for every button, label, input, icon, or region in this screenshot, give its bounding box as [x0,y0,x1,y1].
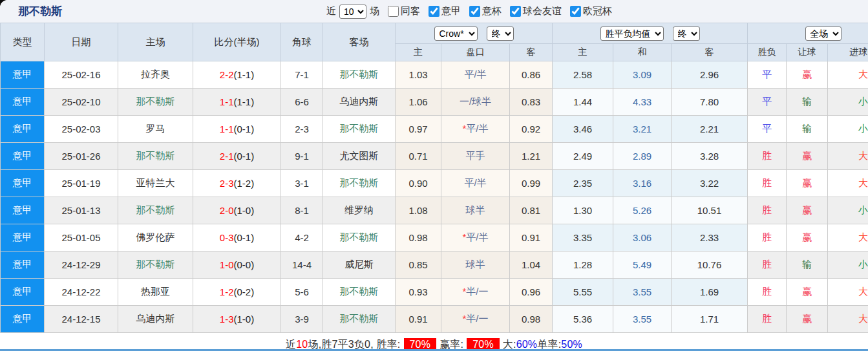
handicap-result: 赢 [787,143,828,170]
avg-draw-odds: 3.16 [613,170,672,197]
serie-a-checkbox[interactable] [429,6,439,17]
crow-away-odds: 0.98 [510,306,553,333]
crow-away-odds: 1.21 [510,143,553,170]
avg-home-odds: 2.58 [553,61,613,89]
away-team: 那不勒斯 [323,116,396,143]
league-badge: 意甲 [1,306,45,333]
table-row: 意甲 25-02-03 罗马 1-1(0-1) 2-3 那不勒斯 0.97 *平… [1,116,868,143]
avg-draw-odds: 5.49 [613,251,672,279]
match-table: 类型 日期 主场 比分(半场) 角球 客场 Crow* 终 胜平负均值 [0,23,868,333]
recent-count-select[interactable]: 10 [339,5,366,19]
crow-home-odds: 1.08 [396,197,441,224]
goals-result: 小 [828,116,868,143]
col-header-corners: 角球 [281,23,323,61]
handicap-result: 输 [787,116,828,143]
match-date: 25-02-10 [45,89,118,116]
goals-result: 大 [828,279,868,306]
goals-result: 小 [828,251,868,279]
score-cell: 2-1(0-1) [193,143,281,170]
league-badge: 意甲 [1,89,45,116]
goals-result: 大 [828,224,868,251]
halftime-score: (0-0) [234,259,255,270]
score-cell: 1-1(1-1) [193,89,281,116]
handicap-result: 输 [787,251,828,279]
crow-away-odds: 0.91 [510,224,553,251]
away-team: 乌迪内斯 [323,89,396,116]
bottom-accent-line [0,349,868,351]
away-team: 那不勒斯 [323,306,396,333]
crow-away-odds: 0.96 [510,279,553,306]
result-badge: 胜 [748,197,787,224]
filter-controls: 近 10 场 同客 意甲 意杯 球会友谊 欧冠杯 [326,5,612,19]
table-row: 意甲 25-02-10 那不勒斯 1-1(1-1) 6-6 乌迪内斯 1.06 … [1,89,868,116]
corners: 9-1 [281,143,323,170]
match-date: 25-01-05 [45,224,118,251]
fulltime-score: 2-3 [220,178,234,189]
halftime-score: (0-2) [234,286,255,297]
home-team: 亚特兰大 [118,170,193,197]
score-cell: 2-0(1-0) [193,197,281,224]
champions-league-checkbox[interactable] [570,6,581,17]
crow-away-odds: 1.04 [510,251,553,279]
corners: 14-4 [281,251,323,279]
match-date: 25-02-03 [45,116,118,143]
filter-bar: 那不勒斯 近 10 场 同客 意甲 意杯 球会友谊 [0,0,868,23]
avg-draw-odds: 5.26 [613,197,672,224]
result-badge: 平 [748,61,787,89]
avg-away-odds: 1.69 [672,279,748,306]
home-team: 那不勒斯 [118,251,193,279]
goals-result: 大 [828,306,868,333]
crow-home-odds: 0.93 [396,279,441,306]
result-badge: 平 [748,116,787,143]
coppa-italia-checkbox[interactable] [469,6,480,17]
avg-draw-odds: 2.89 [613,143,672,170]
corners: 2-3 [281,116,323,143]
fulltime-score: 2-2 [220,69,234,80]
handicap: 球半 [441,197,510,224]
avg-source-select[interactable]: 胜平负均值 [600,27,664,41]
same-away-checkbox[interactable] [388,6,399,17]
result-badge: 胜 [748,306,787,333]
away-team: 威尼斯 [323,251,396,279]
avg-home-odds: 1.28 [553,251,613,279]
checkbox-champions-league: 欧冠杯 [565,5,612,17]
crow-away-odds: 0.99 [510,170,553,197]
scope-select[interactable]: 全场 [805,27,842,41]
odds-state-select[interactable]: 终 [487,27,514,41]
table-row: 意甲 25-01-13 那不勒斯 2-0(1-0) 8-1 维罗纳 1.08 球… [1,197,868,224]
table-body: 意甲 25-02-16 拉齐奥 2-2(1-1) 7-1 那不勒斯 1.03 平… [1,61,868,333]
fulltime-score: 2-0 [220,205,234,216]
col-header-goals: 进球数 [828,44,868,61]
match-date: 24-12-22 [45,279,118,306]
score-cell: 1-0(0-0) [193,251,281,279]
col-header-cover: 让球 [787,44,828,61]
table-row: 意甲 25-01-05 佛罗伦萨 0-3(0-1) 4-2 那不勒斯 0.98 … [1,224,868,251]
odds-source-select[interactable]: Crow* [434,27,478,41]
league-badge: 意甲 [1,143,45,170]
handicap-result: 输 [787,89,828,116]
friendly-checkbox[interactable] [510,6,521,17]
handicap: 平手 [441,143,510,170]
col-header-score: 比分(半场) [193,23,281,61]
avg-state-select[interactable]: 终 [673,27,700,41]
handicap: *半/一 [441,279,510,306]
col-header-avg-home: 主 [553,44,613,61]
away-team: 那不勒斯 [323,279,396,306]
crow-home-odds: 0.71 [396,143,441,170]
match-date: 25-01-13 [45,197,118,224]
col-header-home: 主场 [118,23,193,61]
col-header-handicap: 盘口 [441,44,510,61]
checkbox-serie-a: 意甲 [423,5,461,17]
col-header-avg-draw: 和 [613,44,672,61]
col-header-result: 胜负 [748,44,787,61]
halftime-score: (1-0) [234,205,255,216]
fulltime-score: 1-1 [220,123,234,134]
avg-dropdown-group: 胜平负均值 终 [553,23,748,44]
league-badge: 意甲 [1,251,45,279]
goals-result: 大 [828,61,868,89]
halftime-score: (1-1) [234,69,255,80]
halftime-score: (1-2) [234,178,255,189]
home-team: 佛罗伦萨 [118,224,193,251]
result-badge: 平 [748,89,787,116]
checkbox-coppa-italia: 意杯 [464,5,502,17]
